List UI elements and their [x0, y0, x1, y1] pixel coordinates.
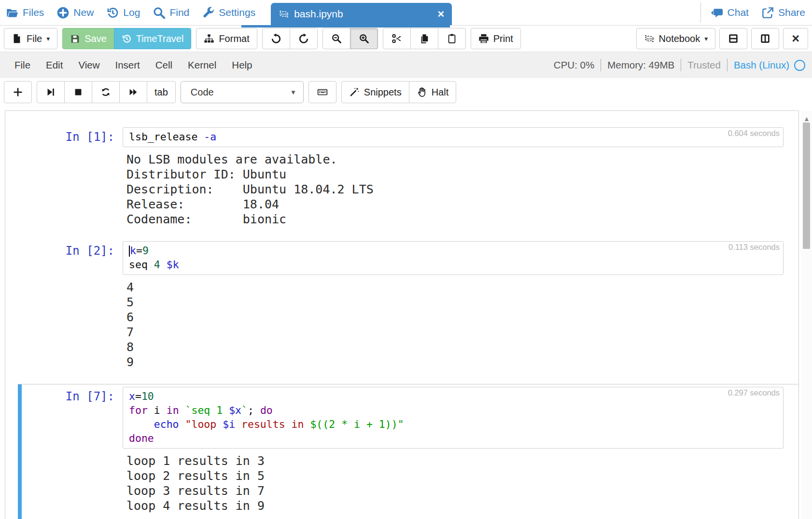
code-line: for i in `seq 1 $x`; do	[129, 403, 777, 417]
save-button[interactable]: Save	[62, 28, 114, 49]
toolbar-right: ipynb Notebook ▾ ×	[636, 28, 808, 49]
menu-kernel[interactable]: Kernel	[180, 59, 224, 71]
settings-button[interactable]: Settings	[202, 6, 255, 19]
run-cell-button[interactable]	[37, 81, 65, 103]
keyboard-icon	[317, 87, 328, 97]
output-line: Distributor ID: Ubuntu	[126, 167, 784, 182]
output-line: No LSB modules are available.	[126, 152, 784, 167]
format-button[interactable]: Format	[196, 28, 257, 49]
output-line: 9	[126, 355, 784, 369]
notebook-cell[interactable]: In [7]:0.297 secondsx=10for i in `seq 1 …	[5, 384, 798, 513]
menu-file[interactable]: File	[7, 59, 38, 71]
output-line: 5	[126, 295, 784, 310]
output-line: 8	[126, 340, 784, 355]
timetravel-button[interactable]: TimeTravel	[114, 28, 192, 49]
refresh-icon	[100, 87, 111, 97]
plus-icon	[13, 87, 23, 97]
kernel-name[interactable]: Bash (Linux)	[734, 59, 789, 71]
menu-insert[interactable]: Insert	[107, 59, 147, 71]
kernel-idle-icon	[794, 60, 805, 71]
notebook-cell[interactable]: In [1]:0.604 secondslsb_release -aNo LSB…	[5, 127, 798, 227]
svg-text:ipynb: ipynb	[281, 13, 287, 15]
log-button[interactable]: Log	[106, 6, 140, 19]
scrollbar-thumb[interactable]	[803, 123, 810, 249]
zoom-in-icon	[359, 33, 369, 44]
keyboard-shortcuts-button[interactable]	[308, 81, 336, 103]
snippets-halt-group: Snippets Halt	[341, 81, 456, 103]
file-menu-button[interactable]: File ▾	[4, 28, 57, 49]
undo-redo-group	[262, 28, 318, 49]
cell-input-row: In [7]:0.297 secondsx=10for i in `seq 1 …	[5, 387, 798, 449]
split-horizontal-button[interactable]	[719, 28, 747, 49]
cell-code-editor[interactable]: 0.604 secondslsb_release -a	[123, 127, 784, 147]
save-timetravel-group: Save TimeTravel	[62, 28, 191, 49]
notebook-type-button[interactable]: ipynb Notebook ▾	[636, 28, 716, 49]
cell-type-select[interactable]: Code ▼	[181, 81, 304, 103]
halt-button[interactable]: Halt	[409, 81, 457, 103]
log-label: Log	[123, 7, 140, 18]
vertical-scrollbar[interactable]: ▲	[801, 111, 812, 519]
memory-usage: Memory: 49MB	[607, 59, 674, 71]
svg-text:ipynb: ipynb	[646, 37, 652, 40]
menu-help[interactable]: Help	[224, 59, 260, 71]
chat-label: Chat	[728, 7, 749, 18]
close-frame-button[interactable]: ×	[783, 28, 808, 49]
cell-code-editor[interactable]: 0.113 secondsk=9seq 4 $k	[123, 241, 784, 275]
cell-output: 456789	[123, 280, 784, 369]
output-line: 7	[126, 325, 784, 340]
tab-close-icon[interactable]: ×	[437, 8, 444, 20]
cell-type-value: Code	[191, 87, 214, 98]
menu-edit[interactable]: Edit	[38, 59, 70, 71]
redo-button[interactable]	[290, 28, 318, 49]
paste-button[interactable]	[438, 28, 466, 49]
top-bar: Files New Log Find Settings ipynb bash.i…	[0, 0, 812, 26]
cell-prompt: In [7]:	[5, 387, 123, 403]
hand-icon	[417, 87, 427, 97]
zoom-in-button[interactable]	[350, 28, 378, 49]
print-button[interactable]: Print	[471, 28, 521, 49]
run-group: tab	[37, 81, 176, 103]
new-label: New	[73, 7, 94, 18]
output-line: 4	[126, 280, 784, 295]
topbar-divider	[700, 2, 701, 23]
kernel-status: CPU: 0% Memory: 49MB Trusted Bash (Linux…	[554, 59, 805, 71]
zoom-out-button[interactable]	[322, 28, 350, 49]
split-vertical-button[interactable]	[751, 28, 779, 49]
tab-complete-button[interactable]: tab	[147, 81, 176, 103]
menu-view[interactable]: View	[70, 59, 107, 71]
stop-button[interactable]	[64, 81, 92, 103]
restart-kernel-button[interactable]	[92, 81, 120, 103]
copy-button[interactable]	[410, 28, 438, 49]
find-button[interactable]: Find	[153, 6, 189, 19]
redo-icon	[298, 33, 309, 44]
plus-circle-icon	[56, 6, 70, 19]
magic-wand-icon	[349, 87, 360, 97]
printer-icon	[478, 33, 489, 44]
chat-button[interactable]: Chat	[711, 6, 749, 19]
cut-button[interactable]	[383, 28, 411, 49]
snippets-button[interactable]: Snippets	[341, 81, 409, 103]
run-all-button[interactable]	[119, 81, 147, 103]
undo-button[interactable]	[262, 28, 290, 49]
wrench-icon	[202, 6, 215, 19]
zoom-out-icon	[331, 33, 342, 44]
menu-cell[interactable]: Cell	[148, 59, 180, 71]
tab-bash-ipynb[interactable]: ipynb bash.ipynb ×	[271, 3, 452, 25]
insert-cell-button[interactable]	[4, 81, 32, 103]
chevron-down-icon: ▾	[704, 35, 708, 42]
active-tab-underline	[241, 25, 450, 27]
output-line: loop 2 results in 5	[126, 468, 784, 483]
undo-icon	[271, 33, 281, 44]
settings-label: Settings	[219, 7, 255, 18]
new-button[interactable]: New	[56, 6, 94, 19]
file-icon	[12, 33, 22, 44]
cell-code-editor[interactable]: 0.297 secondsx=10for i in `seq 1 $x`; do…	[123, 387, 784, 449]
files-button[interactable]: Files	[6, 6, 44, 19]
scrollbar-up-arrow-icon[interactable]: ▲	[801, 111, 812, 123]
share-icon	[761, 6, 774, 19]
fast-forward-icon	[128, 87, 139, 97]
zoom-group	[322, 28, 378, 49]
chat-bubble-icon	[711, 6, 724, 19]
notebook-cell[interactable]: In [2]:0.113 secondsk=9seq 4 $k456789	[5, 241, 798, 369]
share-button[interactable]: Share	[761, 6, 805, 19]
